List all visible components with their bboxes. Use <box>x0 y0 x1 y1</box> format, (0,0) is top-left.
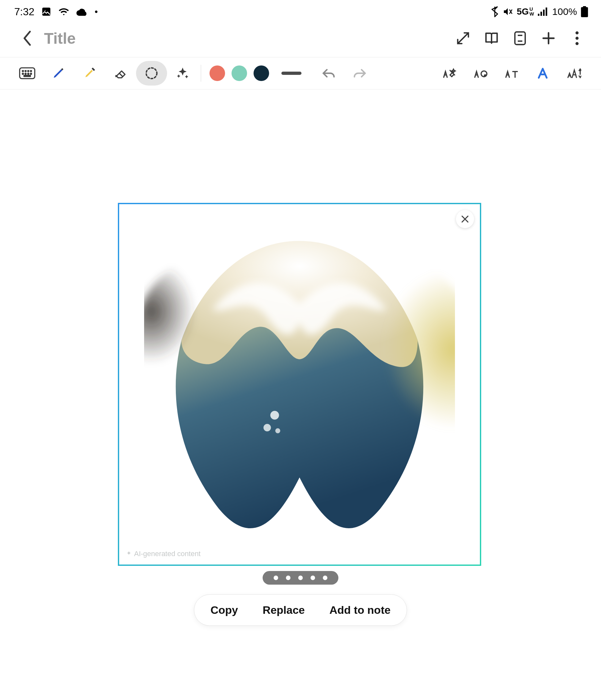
svg-point-16 <box>25 71 26 72</box>
image-action-bar: Copy Replace Add to note <box>194 594 407 626</box>
svg-point-11 <box>575 31 579 35</box>
drawing-toolbar <box>0 57 601 90</box>
svg-point-29 <box>270 411 279 420</box>
ai-watermark: AI-generated content <box>126 550 201 558</box>
reading-mode-button[interactable] <box>482 28 501 48</box>
svg-rect-6 <box>581 7 588 17</box>
svg-point-12 <box>575 36 579 40</box>
note-canvas[interactable]: AI-generated content Copy Replace Add to… <box>0 90 601 695</box>
mute-icon <box>502 6 513 17</box>
app-header: Title <box>0 23 601 57</box>
font-style-tool[interactable] <box>527 61 558 85</box>
signal-icon <box>538 7 548 16</box>
svg-rect-4 <box>543 10 545 16</box>
highlighter-tool[interactable] <box>74 61 105 85</box>
copy-button[interactable]: Copy <box>198 595 250 625</box>
bluetooth-icon <box>491 6 499 17</box>
cloud-icon <box>76 7 87 16</box>
svg-point-18 <box>30 71 31 72</box>
svg-point-24 <box>146 68 157 79</box>
svg-rect-8 <box>515 32 525 45</box>
status-bar: 7:32 • 5G UW 100% <box>0 0 601 23</box>
ai-magic-tool[interactable] <box>167 61 198 85</box>
lasso-select-tool[interactable] <box>136 61 167 85</box>
page-manager-button[interactable] <box>510 28 530 48</box>
toolbar-divider <box>201 65 201 82</box>
ai-image-content: AI-generated content <box>119 204 480 565</box>
battery-pct: 100% <box>552 6 577 17</box>
svg-point-15 <box>22 71 23 72</box>
page-dot-1[interactable] <box>273 576 278 580</box>
svg-point-19 <box>22 73 23 74</box>
image-pagination[interactable] <box>263 571 338 585</box>
text-annotation-tool[interactable] <box>496 61 527 85</box>
svg-rect-5 <box>546 7 547 16</box>
close-image-button[interactable] <box>456 210 474 228</box>
replace-button[interactable]: Replace <box>250 595 317 625</box>
battery-icon <box>581 6 588 17</box>
color-swatch-3[interactable] <box>254 66 269 81</box>
svg-rect-7 <box>583 6 586 8</box>
svg-rect-14 <box>20 68 35 78</box>
selected-ai-image[interactable]: AI-generated content <box>118 203 481 566</box>
wifi-icon <box>58 7 69 17</box>
undo-button[interactable] <box>313 61 344 85</box>
back-button[interactable] <box>20 30 35 46</box>
svg-point-20 <box>25 73 26 74</box>
page-dot-3[interactable] <box>298 576 303 580</box>
tooth-illustration <box>144 216 455 540</box>
status-time: 7:32 <box>14 6 34 18</box>
svg-point-21 <box>28 73 29 74</box>
svg-point-1 <box>44 10 46 11</box>
stroke-width-picker[interactable] <box>281 72 302 75</box>
note-title-input[interactable]: Title <box>44 29 444 47</box>
more-button[interactable] <box>567 28 587 48</box>
auto-shape-tool[interactable] <box>465 61 496 85</box>
add-button[interactable] <box>539 28 558 48</box>
gallery-indicator-icon <box>42 7 51 17</box>
svg-rect-23 <box>24 76 30 76</box>
svg-point-26 <box>485 75 486 76</box>
keyboard-tool[interactable] <box>12 61 43 85</box>
svg-rect-3 <box>541 12 542 16</box>
pen-tool[interactable] <box>43 61 74 85</box>
color-swatch-2[interactable] <box>232 66 247 81</box>
page-dot-2[interactable] <box>286 576 290 580</box>
svg-point-13 <box>575 42 579 45</box>
page-dot-5[interactable] <box>323 576 328 580</box>
svg-point-31 <box>275 428 280 433</box>
svg-point-30 <box>264 424 271 431</box>
color-swatch-1[interactable] <box>210 66 225 81</box>
add-to-note-button[interactable]: Add to note <box>317 595 403 625</box>
page-dot-4[interactable] <box>311 576 315 580</box>
svg-point-22 <box>30 73 31 74</box>
handwriting-to-text-tool[interactable] <box>434 61 465 85</box>
fullscreen-button[interactable] <box>453 28 473 48</box>
svg-rect-0 <box>43 8 50 16</box>
redo-button[interactable] <box>344 61 375 85</box>
svg-rect-2 <box>538 14 540 16</box>
text-size-tool[interactable] <box>558 61 589 85</box>
svg-point-17 <box>28 71 29 72</box>
network-type: 5G UW <box>517 6 534 17</box>
eraser-tool[interactable] <box>105 61 136 85</box>
